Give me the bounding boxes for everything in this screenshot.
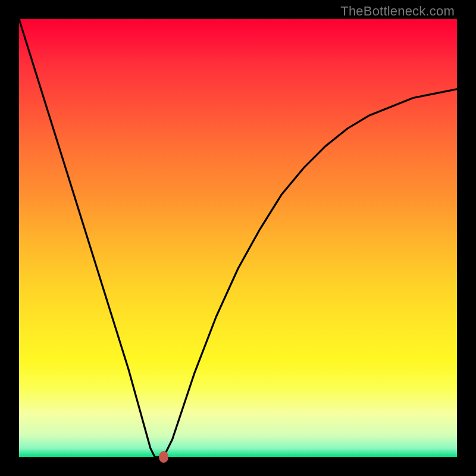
optimum-marker bbox=[159, 451, 168, 463]
plot-area bbox=[19, 19, 457, 457]
watermark-text: TheBottleneck.com bbox=[340, 4, 455, 19]
bottleneck-curve bbox=[19, 19, 457, 457]
chart-frame: TheBottleneck.com bbox=[0, 0, 476, 476]
curve-svg bbox=[19, 19, 457, 457]
